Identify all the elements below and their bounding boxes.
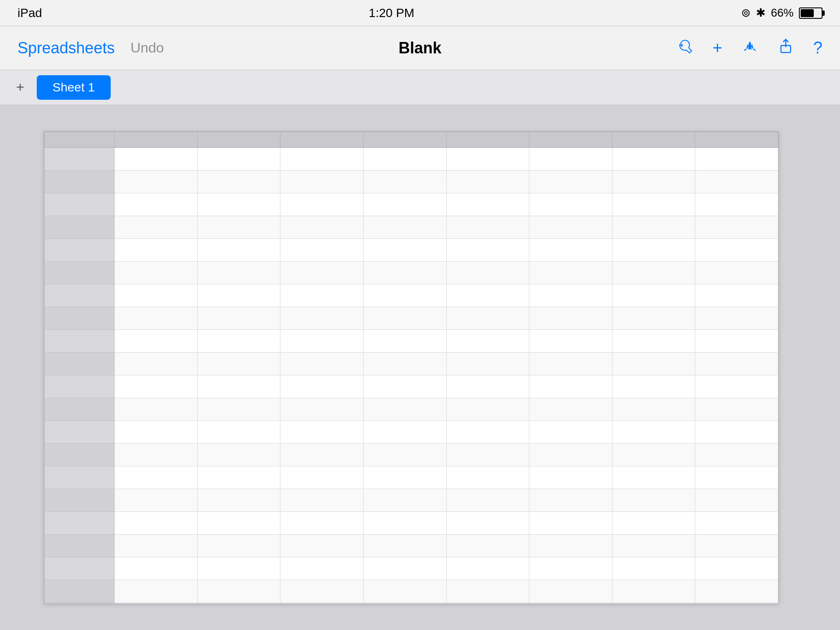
cell-r4-c3[interactable] <box>363 216 446 239</box>
cell-r12-c4[interactable] <box>446 398 529 421</box>
sheet-tab-sheet1[interactable]: Sheet 1 <box>37 75 111 100</box>
cell-r20-c2[interactable] <box>280 580 364 603</box>
cell-r5-c0[interactable] <box>115 239 198 262</box>
cell-r19-c3[interactable] <box>363 557 446 580</box>
cell-r14-c0[interactable] <box>115 444 198 466</box>
cell-r2-c5[interactable] <box>529 171 612 193</box>
cell-r7-c7[interactable] <box>695 284 778 307</box>
cell-r14-c1[interactable] <box>197 444 280 466</box>
cell-r13-c7[interactable] <box>695 421 778 444</box>
add-cell-icon[interactable]: + <box>713 38 722 57</box>
cell-r11-c3[interactable] <box>363 375 446 398</box>
cell-r13-c2[interactable] <box>280 421 364 444</box>
cell-r1-c2[interactable] <box>280 148 364 171</box>
cell-r17-c7[interactable] <box>695 512 778 535</box>
cell-r6-c6[interactable] <box>612 262 695 284</box>
cell-r21-c5[interactable] <box>529 603 612 604</box>
cell-r16-c5[interactable] <box>529 489 612 512</box>
cell-r13-c3[interactable] <box>363 421 446 444</box>
cell-r2-c7[interactable] <box>695 171 778 193</box>
cell-r7-c5[interactable] <box>529 284 612 307</box>
cell-r13-c4[interactable] <box>446 421 529 444</box>
cell-r11-c2[interactable] <box>280 375 364 398</box>
cell-r10-c3[interactable] <box>363 353 446 375</box>
cell-r1-c1[interactable] <box>197 148 280 171</box>
cell-r1-c5[interactable] <box>529 148 612 171</box>
cell-r10-c5[interactable] <box>529 353 612 375</box>
cell-r16-c6[interactable] <box>612 489 695 512</box>
cell-r18-c2[interactable] <box>280 535 364 557</box>
cell-r8-c5[interactable] <box>529 307 612 330</box>
help-icon[interactable]: ? <box>813 38 822 57</box>
cell-r11-c7[interactable] <box>695 375 778 398</box>
format-icon[interactable] <box>677 38 693 58</box>
cell-r8-c1[interactable] <box>197 307 280 330</box>
header-col-c[interactable] <box>280 132 364 148</box>
header-col-g[interactable] <box>612 132 695 148</box>
cell-r8-c6[interactable] <box>612 307 695 330</box>
cell-r21-c1[interactable] <box>197 603 280 604</box>
cell-r15-c3[interactable] <box>363 466 446 489</box>
cell-r7-c6[interactable] <box>612 284 695 307</box>
cell-r21-c4[interactable] <box>446 603 529 604</box>
cell-r19-c7[interactable] <box>695 557 778 580</box>
cell-r6-c4[interactable] <box>446 262 529 284</box>
spreadsheets-back-button[interactable]: Spreadsheets <box>18 39 115 57</box>
cell-r20-c4[interactable] <box>446 580 529 603</box>
cell-r3-c5[interactable] <box>529 193 612 216</box>
cell-r7-c2[interactable] <box>280 284 364 307</box>
cell-r18-c1[interactable] <box>197 535 280 557</box>
cell-r20-c3[interactable] <box>363 580 446 603</box>
cell-r13-c6[interactable] <box>612 421 695 444</box>
cell-r20-c6[interactable] <box>612 580 695 603</box>
cell-r8-c7[interactable] <box>695 307 778 330</box>
cell-r17-c2[interactable] <box>280 512 364 535</box>
cell-r17-c6[interactable] <box>612 512 695 535</box>
cell-r4-c1[interactable] <box>197 216 280 239</box>
cell-r9-c6[interactable] <box>612 330 695 353</box>
cell-r5-c1[interactable] <box>197 239 280 262</box>
cell-r18-c7[interactable] <box>695 535 778 557</box>
cell-r7-c3[interactable] <box>363 284 446 307</box>
cell-r2-c3[interactable] <box>363 171 446 193</box>
cell-r18-c6[interactable] <box>612 535 695 557</box>
cell-r1-c4[interactable] <box>446 148 529 171</box>
cell-r13-c1[interactable] <box>197 421 280 444</box>
cell-r6-c2[interactable] <box>280 262 364 284</box>
cell-r1-c6[interactable] <box>612 148 695 171</box>
cell-r2-c6[interactable] <box>612 171 695 193</box>
cell-r3-c4[interactable] <box>446 193 529 216</box>
cell-r9-c1[interactable] <box>197 330 280 353</box>
cell-r18-c4[interactable] <box>446 535 529 557</box>
cell-r14-c5[interactable] <box>529 444 612 466</box>
cell-r18-c5[interactable] <box>529 535 612 557</box>
cell-r11-c4[interactable] <box>446 375 529 398</box>
cell-r4-c4[interactable] <box>446 216 529 239</box>
cell-r11-c6[interactable] <box>612 375 695 398</box>
share-icon[interactable] <box>777 38 794 58</box>
cell-r16-c2[interactable] <box>280 489 364 512</box>
cell-r3-c2[interactable] <box>280 193 364 216</box>
cell-r3-c6[interactable] <box>612 193 695 216</box>
header-col-e[interactable] <box>446 132 529 148</box>
cell-r9-c3[interactable] <box>363 330 446 353</box>
cell-r6-c3[interactable] <box>363 262 446 284</box>
cell-r8-c2[interactable] <box>280 307 364 330</box>
cell-r19-c1[interactable] <box>197 557 280 580</box>
cell-r9-c7[interactable] <box>695 330 778 353</box>
cell-r9-c0[interactable] <box>115 330 198 353</box>
cell-r12-c7[interactable] <box>695 398 778 421</box>
cell-r9-c5[interactable] <box>529 330 612 353</box>
cell-r1-c7[interactable] <box>695 148 778 171</box>
cell-r14-c6[interactable] <box>612 444 695 466</box>
cell-r4-c2[interactable] <box>280 216 364 239</box>
cell-r5-c6[interactable] <box>612 239 695 262</box>
cell-r2-c2[interactable] <box>280 171 364 193</box>
header-col-d[interactable] <box>363 132 446 148</box>
cell-r6-c0[interactable] <box>115 262 198 284</box>
cell-r15-c0[interactable] <box>115 466 198 489</box>
cell-r19-c5[interactable] <box>529 557 612 580</box>
undo-button[interactable]: Undo <box>130 40 164 56</box>
cell-r13-c0[interactable] <box>115 421 198 444</box>
cell-r17-c5[interactable] <box>529 512 612 535</box>
